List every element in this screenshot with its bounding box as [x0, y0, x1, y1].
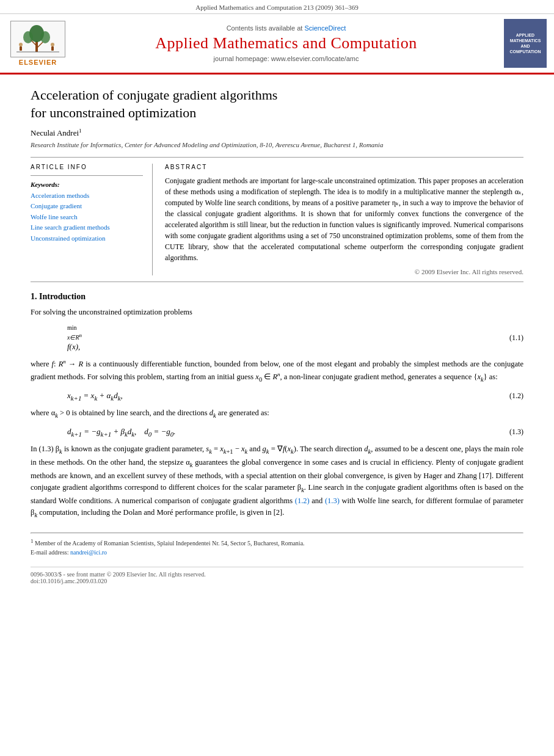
email-label: E-mail address:	[31, 549, 68, 556]
keyword-1: Acceleration methods	[31, 191, 143, 202]
article-info-abstract: ARTICLE INFO Keywords: Acceleration meth…	[31, 164, 523, 275]
citation-text: Applied Mathematics and Computation 213 …	[195, 4, 358, 11]
svg-point-8	[51, 43, 54, 46]
abstract-text: Conjugate gradient methods are important…	[165, 175, 523, 263]
journal-homepage: journal homepage: www.elsevier.com/locat…	[75, 55, 498, 62]
elsevier-logo-block: ELSEVIER	[7, 21, 68, 66]
footnote-block: 1 Member of the Academy of Romanian Scie…	[31, 537, 523, 557]
para1-text: For solving the unconstrained optimizati…	[31, 308, 192, 316]
svg-rect-9	[51, 46, 54, 51]
eq12-number: (1.2)	[509, 391, 523, 401]
ref-12[interactable]: (1.2)	[295, 496, 310, 505]
keyword-2: Conjugate gradient	[31, 201, 143, 212]
eq11-subscript-x: x∈Rn	[67, 332, 82, 341]
info-divider	[31, 175, 143, 176]
article-info-label: ARTICLE INFO	[31, 164, 143, 170]
abstract-col: ABSTRACT Conjugate gradient methods are …	[165, 164, 523, 275]
keyword-5: Unconstrained optimization	[31, 233, 143, 244]
author-superscript: 1	[79, 128, 82, 134]
abstract-label: ABSTRACT	[165, 164, 523, 170]
sciencedirect-link[interactable]: ScienceDirect	[304, 24, 346, 32]
abstract-divider	[31, 282, 523, 282]
citation-bar: Applied Mathematics and Computation 213 …	[0, 0, 554, 14]
author-name: Neculai Andrei	[31, 129, 79, 138]
article-info-col: ARTICLE INFO Keywords: Acceleration meth…	[31, 164, 153, 275]
footnote-number: 1	[31, 538, 34, 544]
thumb-title-text: APPLIED MATHEMATICS AND COMPUTATION	[509, 32, 541, 54]
footnote-text: Member of the Academy of Romanian Scient…	[35, 540, 305, 547]
journal-title-block: Contents lists available at ScienceDirec…	[75, 24, 498, 62]
journal-main-title: Applied Mathematics and Computation	[75, 34, 498, 53]
eq13-number: (1.3)	[509, 427, 523, 437]
eq11-math: f(x),	[67, 342, 82, 352]
article-affiliation: Research Institute for Informatics, Cent…	[31, 141, 523, 148]
eq11-content: min x∈Rn f(x),	[67, 324, 82, 352]
footnote-divider	[31, 532, 523, 534]
copyright-line: © 2009 Elsevier Inc. All rights reserved…	[165, 268, 523, 275]
footnote-email[interactable]: nandrei@ici.ro	[70, 549, 107, 556]
eq13-math: dk+1 = −gk+1 + βkdk, d0 = −g0.	[67, 427, 175, 438]
elsevier-text: ELSEVIER	[19, 59, 57, 66]
article-authors: Neculai Andrei1	[31, 128, 523, 138]
keywords-label: Keywords:	[31, 181, 143, 188]
journal-thumbnail: APPLIED MATHEMATICS AND COMPUTATION	[504, 19, 547, 68]
contents-line: Contents lists available at ScienceDirec…	[75, 24, 498, 32]
bottom-bar: 0096-3003/$ - see front matter © 2009 El…	[31, 567, 523, 584]
header-divider	[31, 157, 523, 158]
equation-1-3: dk+1 = −gk+1 + βkdk, d0 = −g0. (1.3)	[67, 427, 523, 438]
journal-header: ELSEVIER Contents lists available at Sci…	[0, 14, 554, 75]
intro-para4: In (1.3) βk is known as the conjugate gr…	[31, 443, 523, 520]
svg-point-6	[19, 43, 23, 46]
intro-para1: For solving the unconstrained optimizati…	[31, 307, 523, 318]
equation-1-1: min x∈Rn f(x), (1.1)	[67, 324, 523, 352]
svg-rect-7	[20, 46, 22, 51]
elsevier-logo-image	[10, 21, 65, 57]
intro-para2: where f: Rn → R is a continuously differ…	[31, 358, 523, 384]
svg-point-4	[23, 31, 33, 43]
section1-heading: 1. Introduction	[31, 292, 523, 302]
intro-para3: where αk > 0 is obtained by line search,…	[31, 407, 523, 421]
ref-13[interactable]: (1.3)	[325, 496, 340, 505]
eq11-subscript: min	[67, 324, 82, 331]
keyword-4: Line search gradient methods	[31, 222, 143, 233]
issn-text: 0096-3003/$ - see front matter © 2009 El…	[31, 571, 523, 578]
main-content: Acceleration of conjugate gradient algor…	[0, 75, 554, 597]
eq12-math: xk+1 = xk + αkdk,	[67, 391, 123, 402]
svg-point-5	[40, 31, 50, 43]
eq11-number: (1.1)	[509, 333, 523, 343]
doi-text: doi:10.1016/j.amc.2009.03.020	[31, 578, 523, 584]
article-title: Acceleration of conjugate gradient algor…	[31, 87, 523, 122]
elsevier-svg	[13, 23, 62, 56]
equation-1-2: xk+1 = xk + αkdk, (1.2)	[67, 391, 523, 402]
keyword-3: Wolfe line search	[31, 212, 143, 223]
svg-rect-0	[35, 41, 38, 52]
